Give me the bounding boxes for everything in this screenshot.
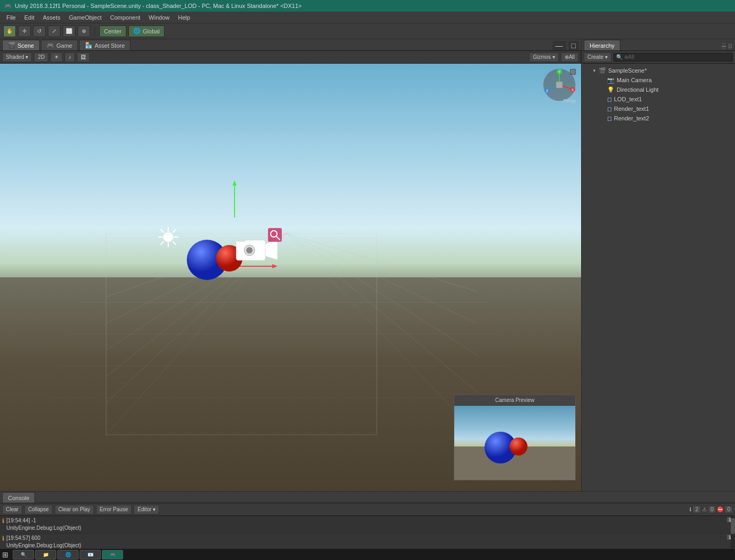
- menu-window[interactable]: Window: [144, 13, 174, 22]
- hierarchy-item-render-text1[interactable]: ◻ Render_text1: [582, 104, 735, 113]
- scene-viewport[interactable]: Y X Z Persp Camera Preview: [0, 64, 581, 491]
- gizmos-button[interactable]: Gizmos ▾: [529, 52, 559, 62]
- hierarchy-search[interactable]: 🔍 ⊕All: [613, 53, 733, 62]
- console-area: Console Clear Collapse Clear on Play Err…: [0, 491, 735, 548]
- expand-btn[interactable]: □: [568, 41, 579, 50]
- scene-icon: 🎬: [599, 67, 606, 74]
- hierarchy-content: ▼ 🎬 SampleScene* 📷 Main Camera 💡 Directi…: [582, 64, 735, 491]
- transform-tool-button[interactable]: ⊕: [77, 25, 90, 37]
- error-count: 0: [724, 505, 733, 513]
- tab-asset-store[interactable]: 🏪 Asset Store: [79, 40, 131, 50]
- menu-gameobject[interactable]: GameObject: [65, 13, 106, 22]
- taskbar-item-2[interactable]: 📁: [35, 550, 56, 559]
- scene-tab-icon: 🎬: [8, 42, 15, 49]
- effects-icon: 🖼: [81, 54, 86, 60]
- svg-line-27: [161, 242, 163, 244]
- scene-sky: [0, 64, 581, 299]
- svg-text:Z: Z: [546, 89, 549, 93]
- console-tabs: Console: [0, 492, 735, 503]
- menu-file[interactable]: File: [2, 13, 20, 22]
- audio-button[interactable]: ♪: [65, 52, 75, 62]
- console-scrollbar-thumb[interactable]: [731, 518, 735, 534]
- create-button[interactable]: Create ▾: [584, 52, 611, 62]
- title-bar: 🎮 Unity 2018.3.12f1 Personal - SampleSce…: [0, 0, 735, 12]
- asset-store-label: Asset Store: [94, 42, 125, 49]
- tab-game[interactable]: 🎮 Game: [41, 40, 78, 50]
- log-detail-2: UnityEngine.Debug:Log(Object): [6, 542, 81, 548]
- hierarchy-scene-root[interactable]: ▼ 🎬 SampleScene*: [582, 66, 735, 75]
- shading-arrow: ▾: [25, 54, 28, 60]
- center-label: Center: [104, 28, 122, 34]
- scene-game-tabs: 🎬 Scene 🎮 Game 🏪 Asset Store — □: [0, 39, 581, 51]
- center-toggle[interactable]: Center: [99, 25, 126, 37]
- scale-tool-button[interactable]: ⤢: [48, 25, 60, 37]
- console-clear-btn[interactable]: Clear: [2, 505, 22, 514]
- svg-point-56: [509, 438, 528, 456]
- console-collapse-btn[interactable]: Collapse: [24, 505, 53, 514]
- effects-button[interactable]: 🖼: [77, 52, 90, 62]
- audio-icon: ♪: [68, 54, 71, 60]
- camera-preview: Camera Preview: [454, 395, 576, 480]
- tab-scene[interactable]: 🎬 Scene: [2, 40, 40, 50]
- warning-icon: ⚠: [702, 506, 707, 512]
- toolbar: ✋ ✛ ↺ ⤢ ⬜ ⊕ Center 🌐 Global ▶ ⏸ ⏭: [0, 23, 735, 39]
- hierarchy-minimize[interactable]: —: [721, 42, 727, 50]
- scene-view-toolbar: Shaded ▾ 2D ☀ ♪ 🖼 Gizmos ▾ ⊕All: [0, 51, 581, 64]
- all-label: ⊕All: [565, 54, 575, 60]
- taskbar-item-3[interactable]: 🌐: [57, 550, 79, 559]
- log-text-2: [19:54:57] 600 UnityEngine.Debug:Log(Obj…: [6, 535, 81, 548]
- rect-tool-button[interactable]: ⬜: [63, 25, 75, 37]
- main-camera-label: Main Camera: [617, 77, 652, 83]
- hierarchy-tab[interactable]: Hierarchy: [584, 40, 620, 50]
- global-toggle[interactable]: 🌐 Global: [128, 25, 165, 37]
- windows-start[interactable]: ⊞: [2, 550, 8, 559]
- console-editor-btn[interactable]: Editor ▾: [134, 505, 159, 514]
- menu-assets[interactable]: Assets: [39, 13, 65, 22]
- taskbar-item-4[interactable]: 📧: [80, 550, 101, 559]
- hierarchy-toolbar: Create ▾ 🔍 ⊕All: [582, 51, 735, 64]
- render-text1-label: Render_text1: [614, 106, 649, 112]
- global-label: Global: [143, 28, 160, 34]
- scene-tab-label: Scene: [18, 42, 34, 49]
- gizmos-label: Gizmos ▾: [533, 54, 555, 60]
- taskbar-unity[interactable]: 🎮: [102, 550, 123, 559]
- svg-rect-53: [570, 69, 576, 75]
- shading-label: Shaded: [6, 54, 24, 60]
- log-entry-1[interactable]: ℹ [19:54:44] -1 UnityEngine.Debug:Log(Ob…: [0, 516, 735, 533]
- all-button[interactable]: ⊕All: [561, 52, 578, 62]
- global-icon: 🌐: [133, 28, 141, 34]
- lighting-icon: ☀: [54, 54, 59, 60]
- lighting-button[interactable]: ☀: [50, 52, 63, 62]
- 2d-button[interactable]: 2D: [34, 52, 48, 62]
- taskbar-item-1[interactable]: 🔍: [13, 550, 34, 559]
- menu-component[interactable]: Component: [106, 13, 144, 22]
- menu-edit[interactable]: Edit: [20, 13, 39, 22]
- shading-dropdown[interactable]: Shaded ▾: [2, 52, 32, 62]
- warning-count: 0: [708, 505, 716, 513]
- windows-taskbar: ⊞ 🔍 📁 🌐 📧 🎮: [0, 548, 735, 560]
- svg-marker-35: [265, 239, 278, 260]
- hierarchy-maximize[interactable]: □: [728, 42, 733, 50]
- console-clear-on-play-btn[interactable]: Clear on Play: [55, 505, 94, 514]
- preview-red-sphere: [508, 436, 529, 457]
- console-scrollbar[interactable]: [731, 516, 735, 548]
- obj-icon-1: ◻: [607, 96, 612, 103]
- hierarchy-item-lod-text1[interactable]: ◻ LOD_text1: [582, 94, 735, 104]
- hierarchy-item-main-camera[interactable]: 📷 Main Camera: [582, 75, 735, 85]
- lod-text1-label: LOD_text1: [614, 96, 642, 102]
- console-tab[interactable]: Console: [2, 492, 35, 503]
- move-tool-button[interactable]: ✛: [18, 25, 31, 37]
- hand-tool-button[interactable]: ✋: [3, 25, 16, 37]
- log-entry-2[interactable]: ℹ [19:54:57] 600 UnityEngine.Debug:Log(O…: [0, 533, 735, 548]
- collapse-btn[interactable]: —: [552, 41, 566, 50]
- rotate-tool-button[interactable]: ↺: [33, 25, 46, 37]
- menu-help[interactable]: Help: [174, 13, 194, 22]
- console-error-pause-btn[interactable]: Error Pause: [96, 505, 132, 514]
- persp-label: Persp: [563, 98, 576, 103]
- hierarchy-item-render-text2[interactable]: ◻ Render_text2: [582, 113, 735, 123]
- viewport-gizmo[interactable]: Y X Z Persp: [542, 68, 577, 102]
- log-time-2: [19:54:57] 600: [6, 535, 81, 542]
- hierarchy-item-directional-light[interactable]: 💡 Directional Light: [582, 85, 735, 94]
- taskbar-items: 🔍 📁 🌐 📧 🎮: [13, 550, 123, 559]
- console-toolbar: Clear Collapse Clear on Play Error Pause…: [0, 503, 735, 516]
